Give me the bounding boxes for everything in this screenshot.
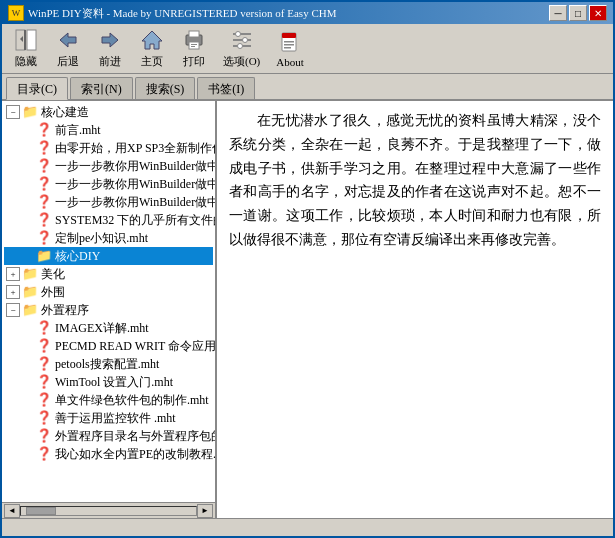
- tree-label-6: SYSTEM32 下的几乎所有文件的简: [55, 212, 215, 228]
- tab-bar: 目录(C) 索引(N) 搜索(S) 书签(I): [2, 74, 613, 100]
- svg-marker-6: [142, 31, 162, 49]
- svg-rect-9: [189, 42, 199, 49]
- svg-rect-20: [284, 41, 294, 43]
- expand-root[interactable]: −: [6, 105, 20, 119]
- list-item[interactable]: ❓ 善于运用监控软件 .mht: [4, 409, 213, 427]
- options-icon: [230, 28, 254, 52]
- list-item[interactable]: ❓ 我心如水全内置PE的改制教程.mht: [4, 445, 213, 463]
- options-label: 选项(O): [223, 54, 260, 69]
- title-buttons: ─ □ ✕: [549, 5, 607, 21]
- home-label: 主页: [141, 54, 163, 69]
- forward-icon: [98, 28, 122, 52]
- svg-rect-1: [27, 30, 36, 50]
- options-button[interactable]: 选项(O): [216, 24, 267, 73]
- print-label: 打印: [183, 54, 205, 69]
- list-item[interactable]: ❓ 由零开始，用XP SP3全新制作你的: [4, 139, 213, 157]
- tree-label-8: 核心DIY: [55, 248, 100, 264]
- list-item[interactable]: ❓ 前言.mht: [4, 121, 213, 139]
- tree-label-root: 核心建造: [41, 104, 89, 120]
- doc-icon: ❓: [36, 356, 52, 372]
- tree-item-plugins[interactable]: − 📁 外置程序: [4, 301, 213, 319]
- expand-plugins[interactable]: −: [6, 303, 20, 317]
- tree-label-2: 由零开始，用XP SP3全新制作你的: [55, 140, 215, 156]
- list-item[interactable]: ❓ petools搜索配置.mht: [4, 355, 213, 373]
- hide-icon: [14, 28, 38, 52]
- list-item[interactable]: ❓ SYSTEM32 下的几乎所有文件的简: [4, 211, 213, 229]
- close-button[interactable]: ✕: [589, 5, 607, 21]
- scroll-left-arrow[interactable]: ◄: [4, 504, 20, 518]
- tree-label-10: 外围: [41, 284, 65, 300]
- tree-label-13: PECMD READ WRIT 命令应用示例.m: [55, 338, 215, 354]
- title-bar-left: W WinPE DIY资料 - Made by UNREGISTERED ver…: [8, 5, 336, 21]
- svg-rect-8: [189, 31, 199, 37]
- tab-contents[interactable]: 目录(C): [6, 77, 68, 100]
- tab-bookmarks[interactable]: 书签(I): [197, 77, 255, 99]
- home-icon: [140, 28, 164, 52]
- tree-item-outer[interactable]: + 📁 外围: [4, 283, 213, 301]
- home-button[interactable]: 主页: [132, 24, 172, 73]
- tree-label-17: 善于运用监控软件 .mht: [55, 410, 176, 426]
- doc-icon: ❓: [36, 140, 52, 156]
- tree-label-16: 单文件绿色软件包的制作.mht: [55, 392, 209, 408]
- back-button[interactable]: 后退: [48, 24, 88, 73]
- tree-label-4: 一步一步教你用WinBuilder做中文: [55, 176, 215, 192]
- svg-rect-0: [16, 30, 25, 50]
- doc-icon: ❓: [36, 320, 52, 336]
- svg-point-15: [235, 32, 240, 37]
- app-icon: W: [8, 5, 24, 21]
- list-item[interactable]: 📁 核心DIY: [4, 247, 213, 265]
- list-item[interactable]: ❓ PECMD READ WRIT 命令应用示例.m: [4, 337, 213, 355]
- tree-item-beauty[interactable]: + 📁 美化: [4, 265, 213, 283]
- tree-label-19: 我心如水全内置PE的改制教程.mht: [55, 446, 215, 462]
- tab-index[interactable]: 索引(N): [70, 77, 133, 99]
- list-item[interactable]: ❓ 单文件绿色软件包的制作.mht: [4, 391, 213, 409]
- list-item[interactable]: ❓ 外置程序目录名与外置程序包的传: [4, 427, 213, 445]
- doc-icon: ❓: [36, 392, 52, 408]
- tree-label-14: petools搜索配置.mht: [55, 356, 159, 372]
- hide-label: 隐藏: [15, 54, 37, 69]
- about-button[interactable]: About: [269, 26, 311, 72]
- doc-icon: ❓: [36, 212, 52, 228]
- content-text: 在无忧潜水了很久，感觉无忧的资料虽博大精深，没个系统分类，全杂在一起，良莠不齐。…: [229, 109, 601, 252]
- print-icon: [182, 28, 206, 52]
- forward-button[interactable]: 前进: [90, 24, 130, 73]
- hide-button[interactable]: 隐藏: [6, 24, 46, 73]
- folder-selected-icon: 📁: [36, 248, 52, 264]
- expand-outer[interactable]: +: [6, 285, 20, 299]
- scrollbar-track[interactable]: [20, 506, 197, 516]
- expand-beauty[interactable]: +: [6, 267, 20, 281]
- maximize-button[interactable]: □: [569, 5, 587, 21]
- list-item[interactable]: ❓ 一步一步教你用WinBuilder做中文: [4, 193, 213, 211]
- doc-icon: ❓: [36, 194, 52, 210]
- list-item[interactable]: ❓ 一步一步教你用WinBuilder做中文: [4, 175, 213, 193]
- doc-icon: ❓: [36, 176, 52, 192]
- doc-icon: ❓: [36, 230, 52, 246]
- scroll-right-arrow[interactable]: ►: [197, 504, 213, 518]
- tree-container[interactable]: − 📁 核心建造 ❓ 前言.mht ❓ 由零开始，用XP SP3全新制作你的: [2, 101, 215, 502]
- horizontal-scrollbar[interactable]: ◄ ►: [2, 502, 215, 518]
- folder-closed-icon: 📁: [22, 266, 38, 282]
- doc-icon: ❓: [36, 428, 52, 444]
- svg-rect-19: [282, 33, 296, 38]
- list-item[interactable]: ❓ WimTool 设置入门.mht: [4, 373, 213, 391]
- doc-icon: ❓: [36, 122, 52, 138]
- list-item[interactable]: ❓ 一步一步教你用WinBuilder做中文: [4, 157, 213, 175]
- tree-label-15: WimTool 设置入门.mht: [55, 374, 173, 390]
- tab-search[interactable]: 搜索(S): [135, 77, 196, 99]
- minimize-button[interactable]: ─: [549, 5, 567, 21]
- tree-item-root[interactable]: − 📁 核心建造: [4, 103, 213, 121]
- list-item[interactable]: ❓ 定制pe小知识.mht: [4, 229, 213, 247]
- list-item[interactable]: ❓ IMAGEX详解.mht: [4, 319, 213, 337]
- scrollbar-thumb[interactable]: [26, 507, 56, 515]
- forward-label: 前进: [99, 54, 121, 69]
- tree-label-12: IMAGEX详解.mht: [55, 320, 149, 336]
- tree-label-1: 前言.mht: [55, 122, 101, 138]
- main-area: − 📁 核心建造 ❓ 前言.mht ❓ 由零开始，用XP SP3全新制作你的: [2, 100, 613, 518]
- doc-icon: ❓: [36, 158, 52, 174]
- tree-label-11: 外置程序: [41, 302, 89, 318]
- folder-open-icon: 📁: [22, 302, 38, 318]
- folder-open-icon: 📁: [22, 104, 38, 120]
- back-icon: [56, 28, 80, 52]
- main-window: W WinPE DIY资料 - Made by UNREGISTERED ver…: [0, 0, 615, 538]
- print-button[interactable]: 打印: [174, 24, 214, 73]
